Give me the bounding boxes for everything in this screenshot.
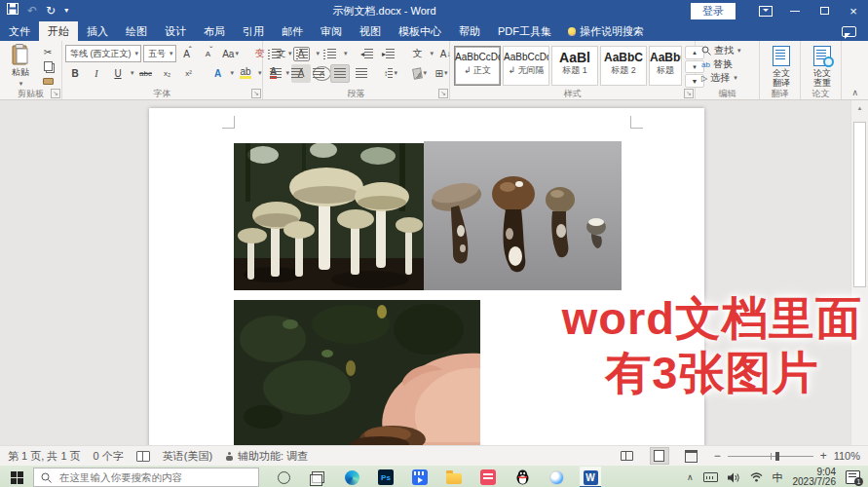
numbered-list-button[interactable] [294,45,314,63]
read-mode-button[interactable] [618,447,637,465]
accessibility-status[interactable]: 辅助功能: 调查 [225,449,308,464]
font-dialog-launcher[interactable]: ↘ [251,89,261,98]
collapse-ribbon-button[interactable]: ∧ [851,88,858,97]
file-explorer-button[interactable] [443,467,465,487]
image-hand-holding-mushroom[interactable] [234,300,480,445]
cut-button[interactable]: ✂ [38,45,57,58]
pink-app-button[interactable] [477,467,499,487]
image-picked-mushrooms[interactable] [424,141,622,290]
align-right-button[interactable] [309,64,328,83]
zoom-in-button[interactable]: + [820,449,827,463]
photoshop-button[interactable]: Ps [375,467,396,487]
tab-file[interactable]: 文件 [0,21,39,41]
word-count-status[interactable]: 0 个字 [94,449,124,464]
comments-icon[interactable] [842,26,856,37]
styles-dialog-launcher[interactable]: ↘ [684,89,694,98]
undo-icon[interactable]: ↶ [27,0,37,21]
text-effects-dropdown-icon[interactable]: ▾ [231,69,235,77]
page-number-status[interactable]: 第 1 页, 共 1 页 [8,449,81,464]
customize-qat-icon[interactable]: ▾ [64,0,68,21]
increase-indent-button[interactable]: ▸ [379,45,398,63]
tab-pdf-tools[interactable]: PDF工具集 [489,21,560,41]
image-growing-mushrooms[interactable] [234,143,424,290]
line-spacing-button[interactable]: ↕▾ [381,64,400,83]
video-editor-button[interactable] [409,467,431,487]
copy-button[interactable] [38,59,57,73]
tab-home[interactable]: 开始 [39,21,78,41]
replace-button[interactable]: ab 替换 [701,57,756,71]
style-heading3[interactable]: AaBbC 标题 [649,46,682,86]
underline-button[interactable]: U [108,64,128,83]
proofing-errors-icon[interactable] [136,451,150,462]
clipboard-dialog-launcher[interactable]: ↘ [51,89,60,98]
align-center-button[interactable] [287,64,307,83]
ribbon-display-options-button[interactable] [751,0,780,21]
align-left-button[interactable] [266,64,285,83]
asian-layout-button[interactable]: 文 [408,45,428,63]
start-button[interactable] [0,466,33,487]
style-no-spacing[interactable]: AaBbCcDd ↲ 无间隔 [503,46,549,86]
select-button[interactable]: ▷ 选择 ▾ [701,71,756,85]
speaker-icon[interactable] [728,472,740,483]
clock[interactable]: 9:04 2023/7/26 [793,468,837,487]
full-text-translate-button[interactable]: 全文翻译 [763,44,800,88]
style-normal[interactable]: AaBbCcDd ↲ 正文 [454,46,501,86]
scroll-up-button[interactable]: ▴ [851,100,868,115]
highlight-dropdown-icon[interactable]: ▾ [258,69,262,77]
distribute-button[interactable] [352,64,371,83]
wifi-icon[interactable] [750,472,763,482]
bullet-list-button[interactable] [266,45,285,63]
zoom-out-button[interactable]: − [714,449,721,463]
restore-button[interactable] [810,0,839,21]
strikethrough-button[interactable]: abc [136,64,156,83]
word-taskbar-button[interactable]: W [580,467,601,487]
language-status[interactable]: 英语(美国) [163,449,212,464]
redo-icon[interactable]: ↻ [46,0,56,21]
tab-view[interactable]: 视图 [351,21,390,41]
font-name-combobox[interactable]: 等线 (西文正文) ▾ [65,45,141,62]
subscript-button[interactable]: x₂ [158,64,177,83]
paper-check-button[interactable]: 论文查重 [804,44,841,88]
minimize-button[interactable] [780,0,810,21]
tab-draw[interactable]: 绘图 [117,21,156,41]
search-input[interactable] [57,470,251,484]
print-layout-button[interactable] [650,447,669,465]
zoom-level[interactable]: 110% [834,450,860,462]
tab-template-center[interactable]: 模板中心 [390,21,450,41]
sign-in-button[interactable]: 登录 [691,3,736,19]
borders-button[interactable]: ⊞▾ [432,64,451,83]
tab-insert[interactable]: 插入 [78,21,117,41]
zoom-slider[interactable] [728,456,813,457]
bullet-list-dropdown-icon[interactable]: ▾ [288,50,292,57]
shading-button[interactable]: ▾ [410,64,430,83]
tab-help[interactable]: 帮助 [450,21,489,41]
italic-button[interactable]: I [87,64,106,83]
asian-layout-dropdown-icon[interactable]: ▾ [431,50,434,57]
cortana-button[interactable] [273,467,294,487]
tab-layout[interactable]: 布局 [195,21,234,41]
close-button[interactable]: × [839,0,868,21]
justify-button[interactable] [330,64,350,83]
touch-keyboard-icon[interactable] [703,472,718,482]
multilevel-list-dropdown-icon[interactable]: ▾ [344,50,348,57]
tell-me-search[interactable]: 操作说明搜索 [560,21,652,41]
decrease-indent-button[interactable]: ◂ [358,45,377,63]
numbered-list-dropdown-icon[interactable]: ▾ [317,50,321,57]
task-view-button[interactable] [307,467,328,487]
action-center-button[interactable]: 1 [846,470,860,484]
shrink-font-button[interactable]: Aˇ [200,45,219,63]
qq-button[interactable] [511,467,533,487]
change-case-button[interactable]: Aa▾ [221,45,241,63]
save-icon[interactable] [7,0,19,21]
browser-app-button[interactable] [546,467,567,487]
web-layout-button[interactable] [682,447,701,465]
tab-design[interactable]: 设计 [156,21,195,41]
scrollbar-thumb[interactable] [853,122,866,287]
style-heading1[interactable]: AaBl 标题 1 [551,46,598,86]
text-effects-button[interactable]: A [208,64,228,83]
bold-button[interactable]: B [65,64,85,83]
tab-mailings[interactable]: 邮件 [273,21,312,41]
superscript-button[interactable]: x² [179,64,199,83]
tab-review[interactable]: 审阅 [312,21,351,41]
font-size-combobox[interactable]: 五号 ▾ [143,45,176,62]
